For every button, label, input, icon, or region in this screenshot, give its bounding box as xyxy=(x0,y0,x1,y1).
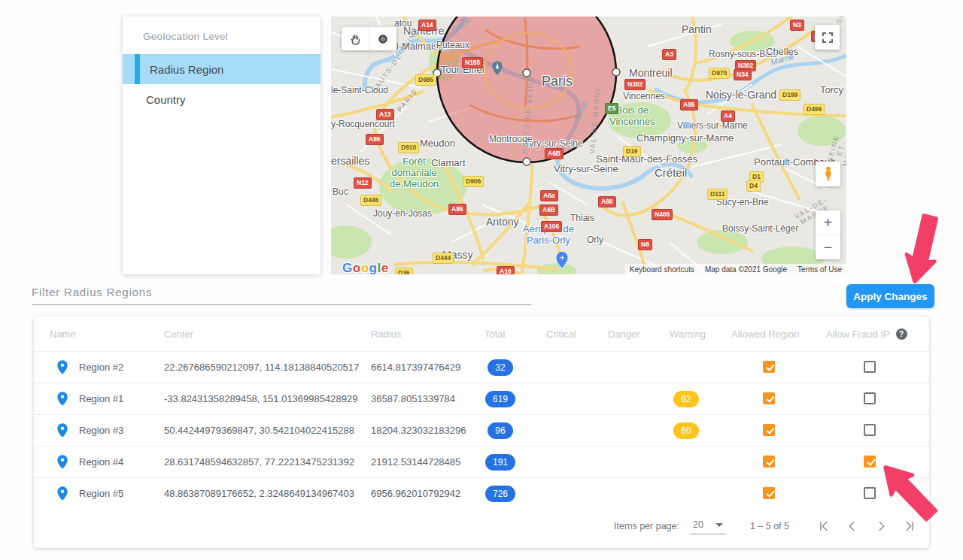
allowed-region-checkbox[interactable] xyxy=(763,487,775,499)
road-badge: D19 xyxy=(623,146,641,157)
fullscreen-button[interactable] xyxy=(815,25,840,50)
panel-title: Geolocation Level xyxy=(143,31,228,42)
region-pin xyxy=(56,383,68,414)
chevron-left-icon xyxy=(845,519,860,534)
allow-fraud-ip-checkbox[interactable] xyxy=(864,487,876,499)
terms-of-use-link[interactable]: Terms of Use xyxy=(797,265,842,274)
zoom-in-button[interactable]: + xyxy=(816,210,840,235)
chevron-down-icon xyxy=(715,523,723,527)
region-pin xyxy=(56,478,68,509)
warning-badge: 62 xyxy=(673,391,699,407)
region-pin xyxy=(56,352,68,383)
sidebar-item-label: Radius Region xyxy=(150,63,223,76)
warning-cell: 60 xyxy=(659,415,713,446)
table-row: Region #548.86387089176652, 2.3248649134… xyxy=(34,477,929,509)
first-page-button[interactable] xyxy=(815,517,833,535)
column-header-allowed-region: Allowed Region xyxy=(731,316,799,351)
road-badge: D444 xyxy=(433,253,454,264)
map-canvas[interactable]: atouNanterreRueil-MalmaisonPuteauxPantin… xyxy=(331,17,846,274)
sidebar-item-country[interactable]: Country xyxy=(123,84,320,114)
road-badge: N34 xyxy=(734,69,752,80)
road-badge: A86 xyxy=(448,204,466,215)
column-header-critical: Critical xyxy=(546,316,576,351)
allow-fraud-ip-checkbox[interactable] xyxy=(864,424,876,436)
map-attribution: Keyboard shortcuts Map data ©2021 Google… xyxy=(625,264,846,274)
street-view-pegman-button[interactable] xyxy=(816,162,840,186)
warning-cell xyxy=(659,352,713,383)
map-label: Meudon xyxy=(420,138,455,150)
table-row: Region #222.267686590212097, 114.1813884… xyxy=(34,351,929,383)
chevron-right-icon xyxy=(873,519,889,534)
road-badge: D970 xyxy=(709,68,730,79)
items-per-page-select[interactable]: 20 xyxy=(690,518,726,534)
allow-fraud-ip-checkbox[interactable] xyxy=(864,361,876,373)
road-badge: N406 xyxy=(652,209,673,220)
geolocation-level-list: Radius RegionCountry xyxy=(123,54,320,114)
road-badge: A10 xyxy=(497,266,515,274)
google-logo: Google xyxy=(342,261,389,274)
first-page-icon xyxy=(816,519,831,534)
filter-radius-regions-input[interactable] xyxy=(32,283,531,305)
location-pin-icon xyxy=(56,454,68,470)
sidebar-item-radius-region[interactable]: Radius Region xyxy=(123,54,320,84)
previous-page-button[interactable] xyxy=(843,517,861,535)
annotation-arrow-apply xyxy=(895,208,952,288)
region-name: Region #1 xyxy=(79,383,123,414)
zoom-out-button[interactable]: − xyxy=(816,235,840,259)
total-badge: 96 xyxy=(488,422,513,439)
hand-icon xyxy=(349,33,361,45)
allowed-region-checkbox[interactable] xyxy=(763,424,775,436)
location-pin-icon xyxy=(56,359,68,375)
page: Geolocation Level Radius RegionCountry xyxy=(0,0,963,560)
region-name: Region #2 xyxy=(79,352,123,383)
warning-cell xyxy=(659,446,713,477)
allowed-region-checkbox[interactable] xyxy=(763,392,775,404)
column-header-danger: Danger xyxy=(608,316,640,351)
keyboard-shortcuts-link[interactable]: Keyboard shortcuts xyxy=(630,265,694,274)
pan-hand-tool-button[interactable] xyxy=(342,27,369,50)
map-label: Forêt domaniale de Meudon xyxy=(390,156,439,190)
road-badge: D199 xyxy=(779,89,800,101)
draw-circle-tool-button[interactable] xyxy=(369,27,396,50)
fullscreen-icon xyxy=(822,32,834,44)
road-badge: N185 xyxy=(462,57,483,68)
tour-eiffel-poi-icon xyxy=(491,60,503,76)
road-badge: A4 xyxy=(721,110,735,122)
next-page-button[interactable] xyxy=(872,517,890,535)
allow-fraud-ip-checkbox[interactable] xyxy=(864,456,876,468)
region-pin xyxy=(56,446,68,477)
warning-cell xyxy=(659,478,713,509)
region-radius: 6614.817397476429 xyxy=(371,352,460,383)
svg-text:✈: ✈ xyxy=(560,255,565,262)
total-badge: 619 xyxy=(485,391,515,407)
region-radius: 18204.323032183296 xyxy=(371,415,466,446)
airport-poi-icon: ✈ xyxy=(555,251,569,268)
road-badge: N3 xyxy=(790,20,804,31)
region-center: 48.86387089176652, 2.3248649134967403 xyxy=(164,478,354,509)
apply-changes-button[interactable]: Apply Changes xyxy=(846,284,934,308)
road-badge: A14 xyxy=(418,20,436,31)
map-label: Torcy xyxy=(820,85,843,96)
allowed-region-checkbox[interactable] xyxy=(763,361,775,373)
road-badge: E5 xyxy=(605,103,618,114)
map-label: Villiers-sur-Marne xyxy=(677,121,748,132)
region-center: 28.631748594632857, 77.22213475231392 xyxy=(164,446,354,477)
road-badge: D36 xyxy=(395,268,413,274)
help-icon[interactable]: ? xyxy=(896,328,907,340)
map-label: Orly xyxy=(587,235,603,246)
page-range-label: 1 – 5 of 5 xyxy=(750,521,789,531)
table-row: Region #1-33.82431358289458, 151.0136998… xyxy=(34,383,929,414)
road-badge: A6a xyxy=(540,190,558,201)
map-label: Antony xyxy=(486,216,519,228)
region-center: 22.267686590212097, 114.18138840520517 xyxy=(164,352,359,383)
allow-fraud-ip-checkbox[interactable] xyxy=(864,392,876,404)
location-pin-icon xyxy=(56,391,68,407)
column-header-name: Name xyxy=(50,316,76,351)
column-header-total: Total xyxy=(485,316,505,351)
road-badge: D4 xyxy=(746,180,761,192)
allowed-region-checkbox[interactable] xyxy=(763,456,775,468)
regions-table: Name Center Radius Total Critical Danger… xyxy=(34,316,929,548)
warning-cell: 62 xyxy=(659,383,713,414)
map-label: ersailles xyxy=(331,155,369,167)
paginator: Items per page: 20 1 – 5 of 5 xyxy=(614,505,919,547)
